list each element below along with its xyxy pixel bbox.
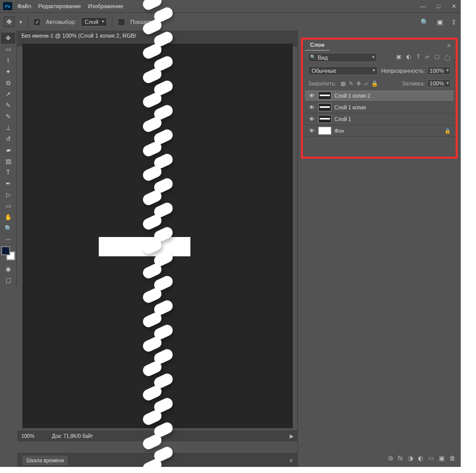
path-select-tool[interactable]: ▷ <box>1 189 15 200</box>
frame-icon[interactable]: ▣ <box>437 18 443 26</box>
layer-list: 👁 Слой 1 копия 2 👁 Слой 1 копия 👁 Слой 1 <box>305 90 454 137</box>
layer-action-icons: ⧉ fx ◑ ◐ ▭ ▣ 🗑 <box>388 455 456 462</box>
timeline-tab[interactable]: Шкала времени <box>22 456 68 465</box>
zoom-value[interactable]: 100% <box>21 433 47 439</box>
filter-image-icon[interactable]: ▣ <box>396 53 401 62</box>
delete-layer-icon[interactable]: 🗑 <box>450 455 456 462</box>
opacity-value[interactable]: 100% <box>427 67 451 75</box>
move-tool-icon[interactable]: ✥ <box>4 17 14 27</box>
fill-value[interactable]: 100% <box>427 79 451 87</box>
separator <box>27 16 28 27</box>
move-tool[interactable]: ✥ <box>1 33 15 44</box>
hand-tool[interactable]: ✋ <box>1 212 15 223</box>
lock-all-icon[interactable]: 🔒 <box>371 80 378 87</box>
gradient-tool[interactable]: ▤ <box>1 156 15 167</box>
layer-name[interactable]: Слой 1 <box>334 116 351 122</box>
edit-toolbar[interactable]: ⋯ <box>1 234 15 245</box>
autoselect-label: Автовыбор: <box>46 19 76 25</box>
lasso-tool[interactable]: ⌇ <box>1 55 15 66</box>
brush-tool[interactable]: ✎ <box>1 111 15 122</box>
autoselect-checkbox[interactable]: ✓ <box>33 18 41 26</box>
visibility-icon[interactable]: 👁 <box>308 116 315 122</box>
crop-tool[interactable]: ⧉ <box>1 77 15 88</box>
zoom-tool[interactable]: 🔍 <box>1 223 15 234</box>
separator <box>112 16 113 27</box>
screenmode-tool[interactable]: ▢ <box>1 275 15 286</box>
layers-tab[interactable]: Слои <box>305 40 329 51</box>
visibility-icon[interactable]: 👁 <box>308 104 315 110</box>
menu-edit[interactable]: Редактирование <box>38 3 81 9</box>
layer-name[interactable]: Слой 1 копия <box>334 105 366 110</box>
layer-thumbnail[interactable] <box>318 103 331 111</box>
adjustment-layer-icon[interactable]: ◐ <box>418 455 423 462</box>
filter-adjustment-icon[interactable]: ◐ <box>406 53 411 62</box>
torn-edge-decoration <box>143 0 178 467</box>
layer-thumbnail[interactable] <box>318 127 331 135</box>
share-icon[interactable]: ⇪ <box>451 18 457 26</box>
visibility-icon[interactable]: 👁 <box>308 93 315 99</box>
stamp-tool[interactable]: ⊥ <box>1 122 15 133</box>
layer-name[interactable]: Фон <box>334 128 344 134</box>
filter-type-icon[interactable]: T <box>416 53 420 62</box>
new-layer-icon[interactable]: ▣ <box>439 455 444 462</box>
layer-name[interactable]: Слой 1 копия 2 <box>334 93 370 99</box>
menu-file[interactable]: Файл <box>17 3 31 9</box>
history-brush-tool[interactable]: ↺ <box>1 133 15 144</box>
toolbox: ✥ ▭ ⌇ ✦ ⧉ ↗ ✎ ✎ ⊥ ↺ ▰ ▤ T ✒ ▷ ▭ ✋ 🔍 ⋯ ◉ … <box>0 31 17 286</box>
lock-icon[interactable]: 🔒 <box>444 128 451 134</box>
doc-info: Док: 71,8K/0 байт <box>52 433 93 439</box>
search-icon[interactable]: 🔍 <box>421 18 429 26</box>
eyedropper-tool[interactable]: ↗ <box>1 88 15 100</box>
lock-position-icon[interactable]: ✥ <box>356 80 361 87</box>
layers-panel-highlight: Слои ≡ Вид ▣ ◐ T ▱ ▢ ◌ Обычные <box>301 38 458 159</box>
panel-menu-icon[interactable]: ≡ <box>447 42 451 48</box>
layer-thumbnail[interactable] <box>318 115 331 123</box>
filter-toggle-icon[interactable]: ◌ <box>444 53 451 62</box>
layer-item[interactable]: 👁 Слой 1 копия 2 <box>305 90 454 102</box>
layer-item[interactable]: 👁 Фон 🔒 <box>305 125 454 137</box>
magic-wand-tool[interactable]: ✦ <box>1 66 15 77</box>
filter-shape-icon[interactable]: ▱ <box>425 53 429 62</box>
shape-tool[interactable]: ▭ <box>1 200 15 212</box>
chevron-down-icon[interactable]: ▾ <box>19 19 22 25</box>
window-close[interactable]: ✕ <box>450 3 458 10</box>
ps-logo: Ps <box>3 2 12 10</box>
filter-smart-icon[interactable]: ▢ <box>434 53 439 62</box>
layer-mask-icon[interactable]: ◑ <box>408 455 413 462</box>
link-layers-icon[interactable]: ⧉ <box>388 455 393 462</box>
lock-artboard-icon[interactable]: ▱ <box>364 80 368 87</box>
opacity-label: Непрозрачность: <box>381 68 425 74</box>
show-checkbox[interactable]: ✓ <box>118 18 125 26</box>
pen-tool[interactable]: ✒ <box>1 178 15 189</box>
layer-style-icon[interactable]: fx <box>398 455 403 462</box>
foreground-color[interactable] <box>1 246 10 255</box>
lock-image-icon[interactable]: ✎ <box>349 80 353 87</box>
lock-transparent-icon[interactable]: ▩ <box>341 80 346 87</box>
window-minimize[interactable]: — <box>419 3 427 10</box>
blend-mode-select[interactable]: Обычные <box>308 66 378 75</box>
info-arrow-icon[interactable]: ▶ <box>290 433 294 439</box>
panel-menu-icon[interactable]: ≡ <box>290 457 293 463</box>
healing-tool[interactable]: ✎ <box>1 100 15 111</box>
fill-label: Заливка: <box>402 80 425 86</box>
visibility-icon[interactable]: 👁 <box>308 128 315 134</box>
layer-filter-select[interactable]: Вид <box>308 53 377 62</box>
group-icon[interactable]: ▭ <box>428 455 434 462</box>
autoselect-type-select[interactable]: Слой <box>81 17 107 26</box>
marquee-tool[interactable]: ▭ <box>1 44 15 55</box>
layer-item[interactable]: 👁 Слой 1 <box>305 113 454 125</box>
quickmask-tool[interactable]: ◉ <box>1 263 15 275</box>
lock-label: Закрепить: <box>308 80 337 86</box>
layer-item[interactable]: 👁 Слой 1 копия <box>305 102 454 113</box>
menu-image[interactable]: Изображение <box>88 3 123 9</box>
eraser-tool[interactable]: ▰ <box>1 144 15 156</box>
layer-thumbnail[interactable] <box>318 92 331 100</box>
window-maximize[interactable]: □ <box>434 3 442 10</box>
color-swatch[interactable] <box>3 248 13 258</box>
type-tool[interactable]: T <box>1 167 15 178</box>
